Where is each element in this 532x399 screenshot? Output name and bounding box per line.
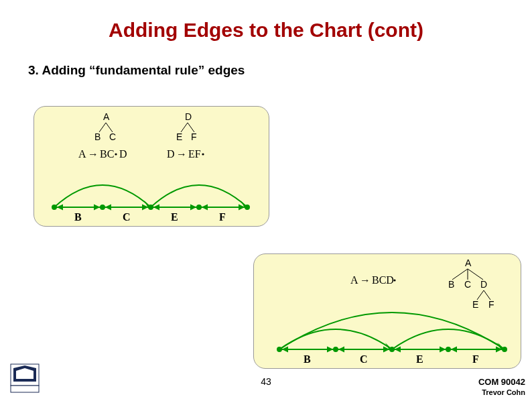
rule-lhs: A [350, 274, 358, 286]
svg-line-2 [181, 123, 188, 132]
diagram-panel-2: A B C D E F A → BCD [253, 253, 521, 369]
node-label-E: E [416, 353, 423, 365]
node-label-B: B [74, 211, 82, 223]
rule2-rhs-before: EF [188, 148, 201, 160]
svg-rect-43 [11, 386, 39, 392]
svg-point-27 [334, 347, 338, 351]
tree2-child-E: E [176, 131, 182, 142]
svg-marker-15 [203, 205, 207, 209]
svg-point-29 [446, 347, 450, 351]
dot-icon [202, 153, 204, 155]
rule1-rhs-after: D [119, 148, 127, 160]
tree-root-A: A [465, 258, 472, 268]
svg-point-6 [101, 205, 105, 209]
svg-line-0 [99, 123, 106, 132]
tree-child-C: C [464, 279, 471, 290]
svg-point-8 [197, 205, 201, 209]
svg-marker-36 [452, 347, 456, 351]
dot-icon [393, 279, 395, 281]
svg-marker-10 [94, 205, 98, 209]
rule-rhs-before: BCD [372, 274, 394, 286]
tree1-child-C: C [109, 131, 116, 142]
svg-marker-35 [440, 347, 444, 351]
svg-line-1 [106, 123, 113, 132]
course-code: COM 90042 [478, 377, 525, 387]
arrow-icon: → [88, 148, 98, 160]
svg-marker-13 [155, 205, 159, 209]
svg-marker-33 [384, 347, 388, 351]
tree1-child-B: B [94, 131, 101, 142]
slide-title: Adding Edges to the Chart (cont) [0, 19, 532, 42]
svg-marker-17 [58, 205, 62, 209]
svg-marker-34 [396, 347, 400, 351]
svg-marker-16 [239, 205, 243, 209]
arrow-icon: → [176, 148, 187, 160]
rule1-lhs: A [78, 148, 86, 160]
tree1-root: A [103, 111, 110, 122]
tree2-child-F: F [191, 131, 197, 142]
arrow-icon: → [360, 274, 371, 286]
svg-line-24 [484, 290, 490, 300]
svg-marker-38 [283, 347, 287, 351]
svg-line-23 [477, 290, 484, 300]
diagram-panel-1: A B C D E F A → BC D D → EF [34, 106, 269, 227]
svg-line-22 [468, 269, 483, 280]
svg-marker-14 [191, 205, 195, 209]
tree-child-B: B [448, 279, 454, 290]
svg-marker-12 [143, 205, 147, 209]
svg-line-20 [452, 269, 468, 280]
dot-icon [115, 153, 117, 155]
author-name: Trevor Cohn [482, 388, 525, 396]
tree2-root: D [185, 111, 192, 122]
svg-line-3 [188, 123, 194, 132]
node-label-E: E [171, 211, 178, 223]
node-label-B: B [304, 353, 311, 365]
svg-marker-11 [107, 205, 111, 209]
rule1-rhs-before: BC [100, 148, 114, 160]
node-label-C: C [123, 211, 131, 223]
svg-marker-31 [328, 347, 332, 351]
tree-child-D: D [480, 279, 487, 290]
node-label-F: F [219, 211, 226, 223]
tree-child-E: E [472, 299, 478, 310]
svg-marker-32 [340, 347, 344, 351]
slide-number: 43 [261, 376, 271, 387]
section-heading: 3. Adding “fundamental rule” edges [28, 63, 532, 78]
university-logo [9, 363, 40, 394]
node-label-C: C [360, 353, 368, 365]
rule2-lhs: D [167, 148, 175, 160]
node-label-F: F [472, 353, 479, 365]
tree-child-F: F [488, 299, 494, 310]
svg-marker-37 [496, 347, 501, 351]
